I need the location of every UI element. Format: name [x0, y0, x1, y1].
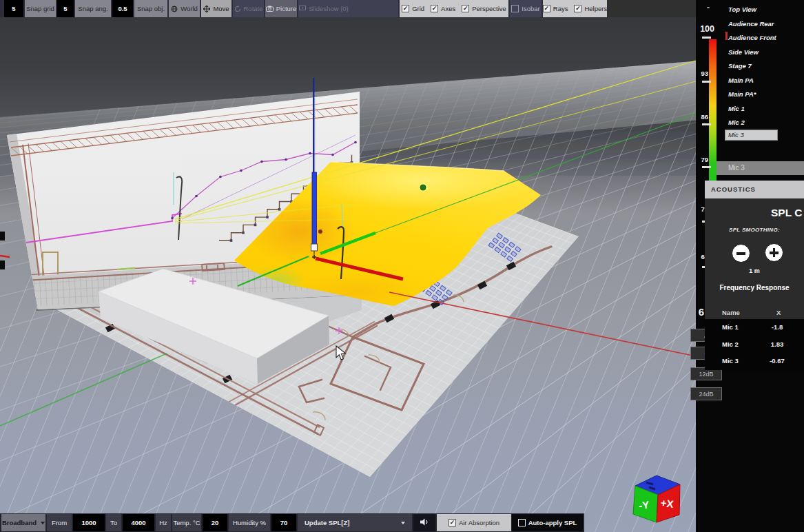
- frequency-response-button[interactable]: Frequency Response: [705, 284, 804, 291]
- snap-obj-input[interactable]: 0.5: [112, 0, 133, 17]
- view-item-main-pa[interactable]: Main PA: [728, 74, 776, 88]
- view-item-side-view[interactable]: Side View: [728, 45, 776, 60]
- spl-title: SPL C: [771, 207, 802, 219]
- move-icon: [203, 6, 210, 12]
- mute-button[interactable]: [413, 514, 435, 531]
- view-item-main-pa-star[interactable]: Main PA*: [728, 88, 776, 102]
- humidity-input[interactable]: 70: [271, 514, 296, 531]
- helpers-checkbox[interactable]: ✓Helpers: [574, 5, 607, 12]
- acoustics-panel-header[interactable]: ACOUSTICS: [705, 181, 804, 198]
- scale-label-79: 79: [701, 156, 708, 163]
- speaker-icon: [420, 518, 429, 527]
- smoothing-value: 1 m: [705, 267, 804, 274]
- scale-label-93: 93: [701, 70, 708, 77]
- view-toggle-group: ✓Grid ✓Axes ✓Perspective: [400, 0, 508, 17]
- mic-table: Mic 1-1.8 Mic 21.83 Mic 3-0.67: [705, 319, 804, 370]
- view-item-mic-1[interactable]: Mic 1: [728, 102, 776, 116]
- picture-button[interactable]: Picture: [265, 0, 297, 17]
- snap-ang-input[interactable]: 5: [57, 0, 74, 17]
- snap-grid-input[interactable]: 5: [4, 0, 23, 17]
- collapse-button[interactable]: -: [704, 2, 712, 12]
- from-input[interactable]: 1000: [73, 514, 105, 531]
- to-label: To: [106, 514, 121, 531]
- perspective-checkbox[interactable]: ✓Perspective: [462, 5, 506, 12]
- axes-check-icon: ✓: [431, 5, 438, 12]
- bottom-toolbar: Broadband From 1000 To 4000 Hz Temp. °C …: [0, 513, 584, 532]
- mic-table-row-3[interactable]: Mic 3-0.67: [705, 353, 804, 370]
- view-list: Top View Audience Rear Audience Front Si…: [728, 3, 776, 130]
- grid-checkbox[interactable]: ✓Grid: [402, 5, 424, 12]
- snap-ang-label[interactable]: Snap ang.: [75, 0, 111, 17]
- cube-label-y: -Y: [638, 499, 650, 511]
- view-item-audience-front[interactable]: Audience Front: [728, 31, 776, 45]
- air-absorption-check-icon: ✓: [449, 519, 456, 526]
- isobar-checkbox[interactable]: Isobar: [510, 0, 542, 17]
- update-spl-dropdown[interactable]: Update SPL[Z]: [298, 514, 412, 531]
- snap-obj-label[interactable]: Snap obj.: [134, 0, 167, 17]
- band-caret-icon: [41, 522, 45, 524]
- edge-tab-1[interactable]: [0, 232, 5, 241]
- selected-view-row[interactable]: Mic 3: [717, 161, 804, 175]
- smoothing-plus-button[interactable]: [765, 243, 783, 262]
- view-item-audience-rear[interactable]: Audience Rear: [728, 17, 776, 32]
- toolbar-spacer: [607, 0, 696, 17]
- view-item-stage-7[interactable]: Stage 7: [728, 59, 776, 74]
- temp-input[interactable]: 20: [203, 514, 227, 531]
- listener-point[interactable]: [420, 185, 426, 190]
- move-button[interactable]: Move: [201, 0, 231, 17]
- temp-label: Temp. °C: [172, 514, 201, 531]
- edge-tab-2[interactable]: [0, 260, 5, 269]
- isobar-check-icon: [511, 5, 519, 12]
- scale-label-86: 86: [701, 113, 708, 121]
- helpers-check-icon: ✓: [574, 5, 581, 12]
- scale-label-100: 100: [700, 24, 714, 34]
- air-absorption-checkbox[interactable]: ✓Air Absorption: [437, 514, 511, 531]
- auto-apply-check-icon: [518, 519, 526, 526]
- humidity-label: Humidity %: [229, 514, 270, 531]
- axes-checkbox[interactable]: ✓Axes: [431, 5, 455, 12]
- table-header-name: Name: [722, 309, 740, 316]
- to-input[interactable]: 4000: [123, 514, 154, 531]
- spl-smoothing-label: SPL SMOOTHING:: [705, 227, 804, 233]
- cube-label-x: +X: [660, 497, 674, 510]
- snap-grid-label[interactable]: Snap grid: [25, 0, 56, 17]
- auto-apply-checkbox[interactable]: Auto-apply SPL: [512, 514, 583, 531]
- hz-label: Hz: [156, 514, 171, 531]
- mic-table-row-1[interactable]: Mic 1-1.8: [705, 319, 804, 336]
- from-label: From: [47, 514, 72, 531]
- source-point[interactable]: [318, 229, 322, 234]
- rays-checkbox[interactable]: ✓Rays: [543, 5, 568, 12]
- globe-icon: [171, 6, 178, 12]
- update-caret-icon: [401, 522, 405, 524]
- rays-check-icon: ✓: [543, 5, 550, 12]
- view-rename-input[interactable]: Mic 3: [725, 130, 778, 141]
- mic-table-row-2[interactable]: Mic 21.83: [705, 336, 804, 354]
- rotate-icon: [234, 6, 241, 12]
- slideshow-button[interactable]: Slideshow (0): [298, 0, 349, 17]
- grid-check-icon: ✓: [402, 5, 409, 12]
- acoustics-panel: ACOUSTICS SPL C SPL SMOOTHING: 1 m Frequ…: [705, 181, 804, 370]
- spl-colorbar: [709, 39, 717, 181]
- band-dropdown[interactable]: Broadband: [1, 514, 45, 531]
- view-item-mic-2[interactable]: Mic 2: [728, 116, 776, 130]
- slideshow-icon: [299, 6, 306, 12]
- rays-helpers-group: ✓Rays ✓Helpers: [543, 0, 607, 17]
- toolbar-gap: [349, 0, 398, 17]
- table-header-x: X: [776, 309, 781, 316]
- view-select-caret: [725, 32, 728, 40]
- perspective-check-icon: ✓: [462, 5, 469, 12]
- world-button[interactable]: World: [169, 0, 200, 17]
- camera-icon: [266, 6, 274, 12]
- scale-label-bottom: 6: [699, 306, 704, 318]
- rotate-button[interactable]: Rotate: [233, 0, 264, 17]
- view-item-top-view[interactable]: Top View: [728, 3, 776, 17]
- smoothing-minus-button[interactable]: [732, 244, 750, 263]
- viewport-3d[interactable]: -Y +X: [0, 0, 804, 532]
- top-toolbar: 5 Snap grid 5 Snap ang. 0.5 Snap obj. Wo…: [0, 0, 696, 17]
- range-button-24db[interactable]: 24dB: [690, 387, 722, 400]
